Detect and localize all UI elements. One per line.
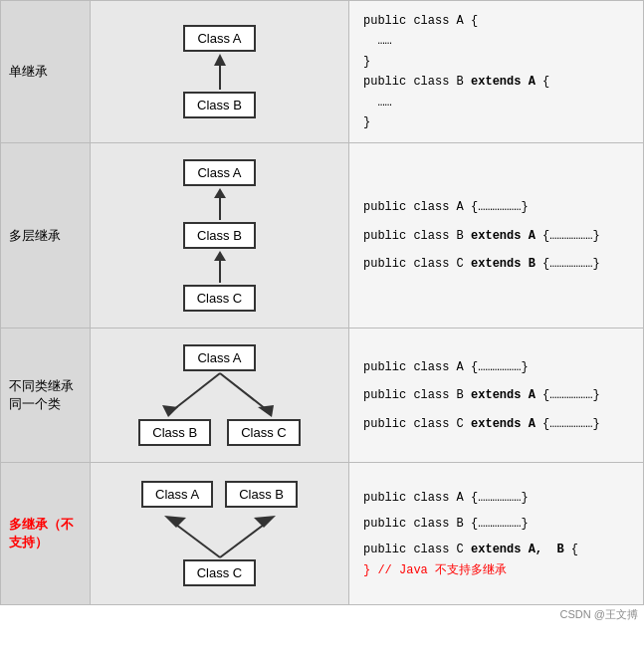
- code-sp-2: public class B extends A {………………}: [363, 385, 629, 405]
- code-multi: public class A {………………} public class B {…: [349, 463, 644, 605]
- extends-a-ml: extends A: [471, 229, 536, 243]
- code-sp-3: public class C extends A {………………}: [363, 414, 629, 434]
- code-sp-1: public class A {………………}: [363, 357, 629, 377]
- label-text-sameparent: 不同类继承同一个类: [9, 378, 74, 411]
- label-single: 单继承: [1, 1, 91, 143]
- label-sameparent: 不同类继承同一个类: [1, 329, 91, 463]
- children-row-sp: Class B Class C: [138, 419, 300, 446]
- class-box-b-multi: Class B: [225, 481, 298, 508]
- code-ml-2: public class B extends A {………………}: [363, 226, 629, 246]
- arrow-single: [210, 52, 230, 92]
- diagram-multilevel: Class A Class B Class C: [91, 143, 349, 329]
- code-line-2: ……: [363, 31, 629, 51]
- class-box-a-sp: Class A: [183, 344, 255, 371]
- svg-marker-9: [258, 405, 274, 417]
- extends-b-ml: extends B: [471, 257, 536, 271]
- code-sameparent: public class A {………………} public class B e…: [349, 329, 644, 463]
- diagram-multi: Class A Class B Class C: [91, 463, 349, 605]
- code-multilevel: public class A {………………} public class B e…: [349, 143, 644, 329]
- diagram-sameparent: Class A Class B Class C: [91, 329, 349, 463]
- svg-marker-11: [164, 516, 186, 528]
- multilevel-diagram: Class A Class B Class C: [101, 153, 338, 318]
- class-box-b-single: Class B: [183, 92, 256, 118]
- arrow-ml-2: [210, 249, 230, 285]
- code-ml-3: public class C extends B {………………}: [363, 254, 629, 274]
- extends-ab-multi: extends A, B: [471, 543, 564, 556]
- extends-a-single: extends A: [471, 75, 536, 89]
- code-line-1: public class A {: [363, 11, 629, 31]
- code-multi-1: public class A {………………}: [363, 488, 629, 508]
- svg-marker-13: [254, 516, 276, 528]
- row-multi: 多继承（不支持） Class A Class B Class C: [1, 463, 644, 605]
- label-text-multilevel: 多层继承: [9, 228, 61, 243]
- arrows-sameparent: [140, 371, 300, 419]
- class-box-a-single: Class A: [183, 25, 255, 52]
- svg-marker-1: [214, 54, 226, 66]
- label-text-multi: 多继承（不支持）: [9, 517, 74, 549]
- label-multilevel: 多层继承: [1, 143, 91, 329]
- main-table: 单继承 Class A Class B public class A { …… …: [0, 0, 644, 605]
- arrows-multi: [120, 508, 320, 559]
- class-box-c-ml: Class C: [183, 285, 257, 312]
- label-text-single: 单继承: [9, 64, 48, 79]
- extends-a-sp-c: extends A: [471, 417, 536, 431]
- code-line-5: ……: [363, 93, 629, 112]
- extends-a-sp-b: extends A: [471, 388, 536, 402]
- label-multi: 多继承（不支持）: [1, 463, 91, 605]
- class-box-b-ml: Class B: [183, 222, 256, 249]
- code-single: public class A { …… } public class B ext…: [349, 1, 644, 143]
- class-box-c-multi: Class C: [183, 559, 257, 586]
- code-multi-2: public class B {………………}: [363, 514, 629, 534]
- row-sameparent: 不同类继承同一个类 Class A Class B Class C: [1, 329, 644, 463]
- code-multi-3: public class C extends A, B {: [363, 540, 629, 559]
- class-box-c-sp: Class C: [227, 419, 301, 446]
- code-line-3: }: [363, 52, 629, 72]
- parents-row-multi: Class A Class B: [141, 481, 298, 508]
- watermark: CSDN @王文搏: [0, 605, 644, 624]
- svg-marker-3: [214, 188, 226, 198]
- code-multi-4: } // Java 不支持多继承: [363, 560, 629, 580]
- code-ml-1: public class A {………………}: [363, 197, 629, 217]
- single-inherit-diagram: Class A Class B: [101, 15, 338, 128]
- sameparent-diagram: Class A Class B Class C: [101, 338, 338, 452]
- svg-marker-5: [214, 251, 226, 261]
- svg-line-12: [220, 522, 268, 557]
- svg-line-6: [174, 373, 220, 409]
- svg-line-10: [172, 522, 220, 557]
- row-multilevel: 多层继承 Class A Class B Class C public clas…: [1, 143, 644, 329]
- code-line-4: public class B extends A {: [363, 72, 629, 92]
- class-box-b-sp: Class B: [138, 419, 211, 446]
- row-single: 单继承 Class A Class B public class A { …… …: [1, 1, 644, 143]
- multi-diagram: Class A Class B Class C: [101, 473, 338, 594]
- arrow-ml-1: [210, 186, 230, 222]
- svg-line-8: [220, 373, 266, 409]
- diagram-single: Class A Class B: [91, 1, 349, 143]
- class-box-a-ml: Class A: [183, 159, 255, 186]
- code-line-6: }: [363, 112, 629, 132]
- class-box-a-multi: Class A: [141, 481, 213, 508]
- svg-marker-7: [162, 405, 178, 417]
